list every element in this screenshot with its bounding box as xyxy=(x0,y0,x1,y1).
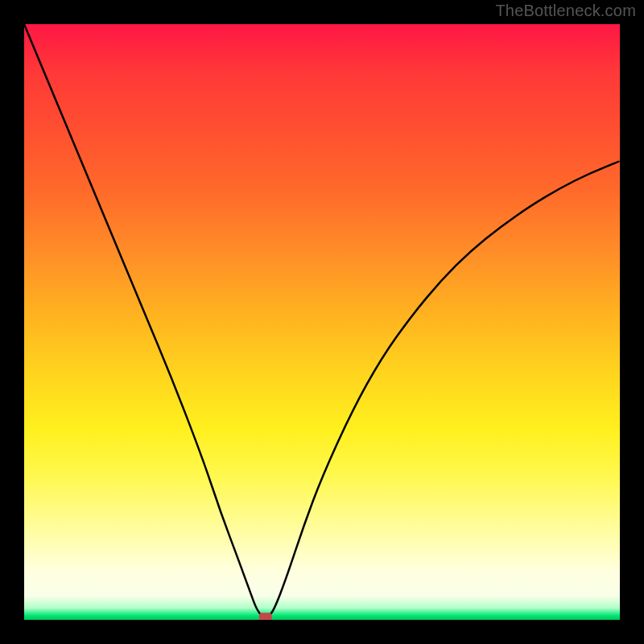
bottleneck-curve xyxy=(24,24,620,617)
chart-svg xyxy=(24,24,620,620)
chart-plot-area xyxy=(24,24,620,620)
optimal-point-marker xyxy=(259,613,272,620)
watermark-text: TheBottleneck.com xyxy=(495,2,636,20)
